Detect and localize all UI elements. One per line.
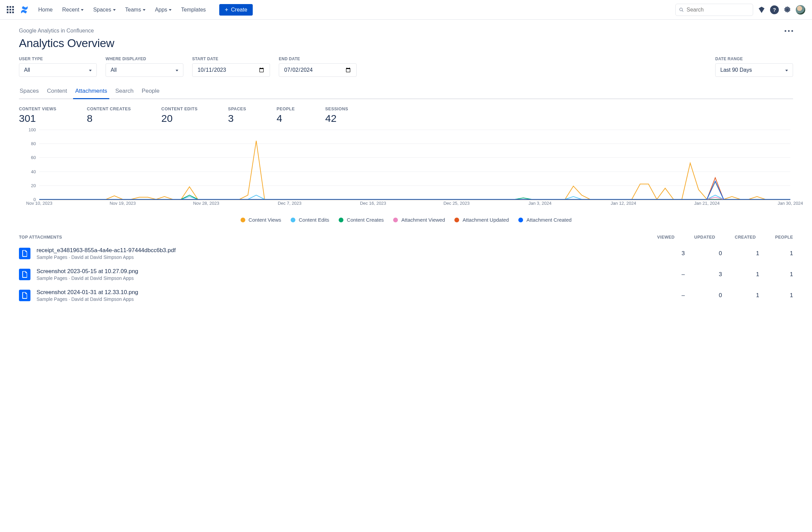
chevron-down-icon [176,70,178,71]
chevron-down-icon [89,70,92,71]
filter-start-date-label: START DATE [192,57,270,61]
table-title: TOP ATTACHMENTS [19,235,637,240]
breadcrumb[interactable]: Google Analytics in Confluence [19,28,94,34]
legend-label: Content Views [249,217,281,223]
table-row[interactable]: receipt_e3481963-855a-4a4e-ac11-97444dbc… [19,243,793,264]
filter-end-date-input[interactable] [279,63,357,77]
nav-teams-label: Teams [125,7,141,13]
nav-spaces-label: Spaces [93,7,111,13]
legend-item[interactable]: Attachment Viewed [393,217,445,223]
stat-label: CONTENT VIEWS [19,106,57,111]
filter-where-select[interactable]: All [105,63,183,77]
table-row[interactable]: Screenshot 2024-01-31 at 12.33.10.pngSam… [19,285,793,306]
end-date-field[interactable] [284,67,351,73]
stat-content-views: CONTENT VIEWS301 [19,106,57,124]
filter-date-range-select[interactable]: Last 90 Days [715,63,793,77]
search-icon [679,7,684,13]
stat-label: CONTENT CREATES [87,106,131,111]
stat-label: CONTENT EDITS [161,106,198,111]
svg-line-1 [682,10,683,12]
x-axis-label: Dec 25, 2023 [444,201,469,206]
legend-label: Attachment Viewed [401,217,445,223]
stat-value: 42 [325,113,348,124]
nav-templates[interactable]: Templates [176,4,211,16]
notifications-icon[interactable] [757,5,766,14]
help-icon[interactable]: ? [770,5,779,14]
chevron-down-icon [785,70,788,71]
filter-where-label: WHERE DISPLAYED [105,57,183,61]
legend-dot-icon [518,218,523,222]
create-button[interactable]: + Create [219,4,253,16]
filter-user-type-select[interactable]: All [19,63,97,77]
cell-created: 1 [725,250,759,257]
table-header-viewed: VIEWED [644,235,675,240]
tab-content[interactable]: Content [46,84,68,99]
nav-spaces[interactable]: Spaces [88,4,120,16]
legend-item[interactable]: Content Views [241,217,281,223]
tab-search[interactable]: Search [115,84,134,99]
cell-viewed: – [654,292,685,299]
start-date-field[interactable] [197,67,265,73]
nav-teams[interactable]: Teams [120,4,150,16]
stat-value: 8 [87,113,131,124]
cell-updated: 0 [688,292,722,299]
nav-apps[interactable]: Apps [150,4,176,16]
nav-home[interactable]: Home [36,4,58,16]
chevron-down-icon [169,9,172,11]
nav-apps-label: Apps [155,7,167,13]
x-axis-label: Jan 3, 2024 [528,201,551,206]
filter-end-date-label: END DATE [279,57,357,61]
stat-label: PEOPLE [277,106,295,111]
legend-item[interactable]: Attachment Created [518,217,571,223]
legend-label: Attachment Created [526,217,571,223]
cell-viewed: – [654,271,685,278]
y-axis-label: 80 [31,141,36,146]
legend-item[interactable]: Attachment Updated [454,217,509,223]
stat-content-edits: CONTENT EDITS20 [161,106,198,124]
table-header-people: PEOPLE [763,235,793,240]
more-actions-icon[interactable] [785,30,793,32]
legend-dot-icon [241,218,245,222]
y-axis-label: 60 [31,155,36,160]
create-button-label: Create [231,7,247,13]
y-axis-label: 40 [31,169,36,174]
legend-item[interactable]: Content Edits [291,217,329,223]
x-axis-label: Jan 12, 2024 [611,201,636,206]
filter-user-type-label: USER TYPE [19,57,97,61]
file-icon [19,269,30,280]
table-row[interactable]: Screenshot 2023-05-15 at 10.27.09.pngSam… [19,264,793,285]
settings-icon[interactable] [783,5,792,14]
stat-value: 301 [19,113,57,124]
legend-label: Attachment Updated [463,217,509,223]
confluence-logo-icon[interactable] [20,5,29,14]
legend-label: Content Edits [299,217,329,223]
filter-start-date-input[interactable] [192,63,270,77]
legend-item[interactable]: Content Creates [339,217,384,223]
cell-viewed: 3 [654,250,685,257]
cell-people: 1 [763,271,793,278]
cell-updated: 0 [688,250,722,257]
x-axis-label: Nov 19, 2023 [110,201,136,206]
attachment-name: Screenshot 2023-05-15 at 10.27.09.png [37,268,651,275]
app-switcher-icon[interactable] [7,6,14,13]
user-avatar[interactable] [796,5,805,15]
attachment-name: receipt_e3481963-855a-4a4e-ac11-97444dbc… [37,247,651,254]
cell-created: 1 [725,271,759,278]
x-axis-label: Dec 16, 2023 [360,201,386,206]
search-input[interactable] [686,7,750,13]
x-axis-label: Nov 10, 2023 [26,201,52,206]
cell-people: 1 [763,292,793,299]
cell-created: 1 [725,292,759,299]
stat-content-creates: CONTENT CREATES8 [87,106,131,124]
search-box[interactable] [675,4,753,16]
stat-value: 20 [161,113,198,124]
stat-value: 4 [277,113,295,124]
nav-recent-label: Recent [62,7,79,13]
nav-recent[interactable]: Recent [58,4,89,16]
tab-attachments[interactable]: Attachments [74,84,108,99]
tab-people[interactable]: People [141,84,160,99]
stat-people: PEOPLE4 [277,106,295,124]
attachment-meta: Sample Pages · David at David Simpson Ap… [37,255,651,260]
stat-sessions: SESSIONS42 [325,106,348,124]
tab-spaces[interactable]: Spaces [19,84,40,99]
